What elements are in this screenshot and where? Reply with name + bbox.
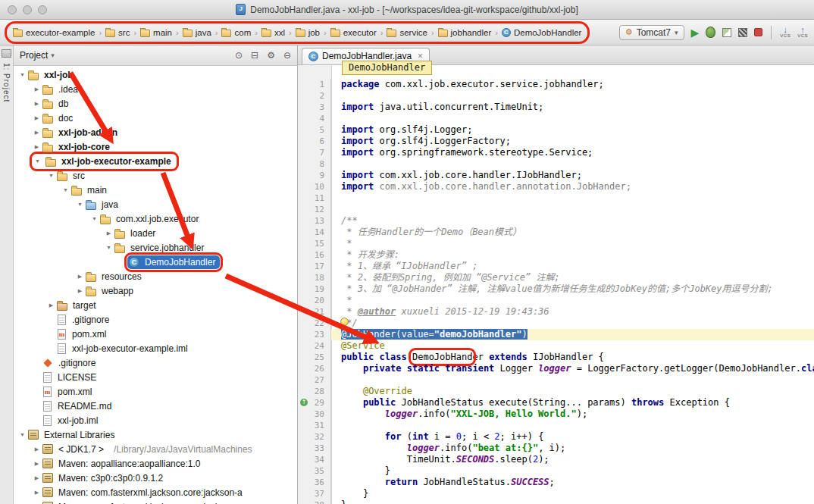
breadcrumb-label: com [234,28,251,37]
close-window-button[interactable] [8,5,17,14]
line-number: 16 [298,249,331,261]
tree-row-maven-c3p0-c3p0-0-9-1-2[interactable]: ▶Maven: c3p0:c3p0:0.9.1.2 [14,471,297,485]
tree-row-maven-com-fasterxml-jackson-core-jackson-a[interactable]: ▶Maven: com.fasterxml.jackson.core:jacks… [14,485,297,499]
tree-row-target[interactable]: ▶target [14,298,297,312]
stop-button[interactable] [754,28,762,36]
tree-row-xxl-job-executor-example[interactable]: ▼xxl-job-executor-example [14,154,297,168]
expand-open-icon[interactable]: ▼ [47,173,55,178]
breadcrumb-main[interactable]: main [138,27,174,38]
breadcrumb-java[interactable]: java [180,27,214,38]
breadcrumb-service[interactable]: service [384,27,429,38]
editor[interactable]: 1package com.xxl.job.executor.service.jo… [298,65,814,504]
locate-icon[interactable]: ⊙ [235,50,243,61]
tree-row-external-libraries[interactable]: ▼External Libraries [14,427,297,442]
editor-breadcrumb[interactable]: DemoJobHandler [342,61,432,75]
vcs-commit-button[interactable]: ↑ VCS [797,27,808,39]
tree-row-xxl-job[interactable]: ▼xxl-job [14,67,297,82]
tree-label: DemoJobHandler [143,256,217,268]
expand-closed-icon[interactable]: ▶ [47,302,55,308]
line-number: 14 [298,227,331,238]
debug-button[interactable] [706,27,715,38]
expand-closed-icon[interactable]: ▶ [76,288,84,294]
tree-row-main[interactable]: ▼main [14,183,297,197]
tree-row-pom-xml[interactable]: mpom.xml [14,384,297,399]
settings-gear-icon[interactable]: ⚙ [267,50,275,61]
run-button[interactable]: ▶ [691,27,700,38]
tree-row-gitignore[interactable]: .gitignore [14,312,297,327]
expand-open-icon[interactable]: ▼ [76,202,84,207]
breadcrumb-executor[interactable]: executor [328,27,379,38]
expand-closed-icon[interactable]: ▶ [33,130,41,136]
tree-row-java[interactable]: ▼java [14,197,297,211]
file-icon [43,401,52,412]
expand-open-icon[interactable]: ▼ [105,245,113,250]
breadcrumb-src[interactable]: src [103,27,132,38]
tree-row-src[interactable]: ▼src [14,168,297,183]
tree-row-gitignore[interactable]: .gitignore [14,355,297,370]
code-line: 7import org.springframework.stereotype.S… [298,147,814,158]
chevron-down-icon[interactable]: ▾ [51,52,55,59]
code-line: 12 [298,204,814,215]
tree-row-idea[interactable]: ▶.idea [14,82,297,96]
expand-closed-icon[interactable]: ▶ [76,274,84,280]
close-tab-icon[interactable]: × [418,51,423,61]
vcs-update-button[interactable]: ↓ VCS [780,27,791,39]
tree-row-db[interactable]: ▶db [14,96,297,111]
tree-row-loader[interactable]: ▶loader [14,226,297,240]
expand-open-icon[interactable]: ▼ [61,187,70,193]
hide-panel-icon[interactable]: ⊖ [283,50,291,61]
tree-row-demojobhandler[interactable]: CDemoJobHandler [14,255,297,269]
line-number: 3 [298,102,331,113]
coverage-options-button[interactable] [738,28,747,37]
tree-row-xxl-job-admin[interactable]: ▶xxl-job-admin [14,125,297,139]
breadcrumb-demojobhandler[interactable]: CDemoJobHandler [499,27,584,38]
tree-row-service-jobhandler[interactable]: ▼service.jobhandler [14,240,297,255]
minimize-window-button[interactable] [23,5,32,14]
override-marker-icon[interactable]: ↑ [300,399,308,406]
tree-row-maven-aopalliance-aopalliance-1-0[interactable]: ▶Maven: aopalliance:aopalliance:1.0 [14,456,297,471]
coverage-button[interactable] [722,28,731,37]
expand-closed-icon[interactable]: ▶ [33,86,41,92]
tree-row-readme-md[interactable]: README.md [14,399,297,413]
expand-closed-icon[interactable]: ▶ [33,101,41,107]
tree-row-xxl-job-iml[interactable]: xxl-job.iml [14,413,297,427]
breadcrumb-executor-example[interactable]: executor-example [11,27,97,38]
tree-row-com-xxl-job-executor[interactable]: ▼com.xxl.job.executor [14,211,297,226]
expand-closed-icon[interactable]: ▶ [33,144,41,150]
line-number: 10 [298,181,331,193]
expand-open-icon[interactable]: ▼ [18,432,27,437]
folder-icon [56,170,68,182]
breadcrumb-com[interactable]: com [219,27,253,38]
tree-row-xxl-job-executor-example-iml[interactable]: xxl-job-executor-example.iml [14,341,297,355]
tree-row-webapp[interactable]: ▶webapp [14,283,297,298]
folder-icon [438,30,448,37]
expand-closed-icon[interactable]: ▶ [33,475,41,481]
zoom-window-button[interactable] [38,5,47,14]
expand-open-icon[interactable]: ▼ [33,158,42,164]
expand-open-icon[interactable]: ▼ [90,216,99,221]
expand-closed-icon[interactable]: ▶ [33,490,41,496]
breadcrumb-job[interactable]: job [293,27,322,38]
tree-row-license[interactable]: LICENSE [14,370,297,384]
tree-row-resources[interactable]: ▶resources [14,269,297,283]
breadcrumb-jobhandler[interactable]: jobhandler [436,27,494,38]
lib-icon [42,444,53,454]
folder-icon [140,30,150,37]
expand-open-icon[interactable]: ▼ [18,72,27,77]
breadcrumb-xxl[interactable]: xxl [259,27,287,38]
expand-closed-icon[interactable]: ▶ [33,115,41,121]
tree-row-maven-com-fasterxml-jackson-core-jackson-c[interactable]: ▶Maven: com.fasterxml.jackson.core:jacks… [14,499,297,504]
project-tool-button[interactable]: 1: Project [2,63,11,102]
collapse-all-icon[interactable]: ⊟ [251,50,258,61]
tree-row-pom-xml[interactable]: mpom.xml [14,327,297,341]
tree-row-doc[interactable]: ▶doc [14,111,297,125]
tree-row-xxl-job-core[interactable]: ▶xxl-job-core [14,139,297,154]
intention-bulb-icon[interactable] [340,318,349,326]
tree-row-jdk1-7[interactable]: ▶< JDK1.7 >/Library/Java/JavaVirtualMach… [14,442,297,456]
expand-closed-icon[interactable]: ▶ [105,230,113,236]
expand-closed-icon[interactable]: ▶ [33,446,41,452]
run-config-selector[interactable]: ⚙ Tomcat7 ▾ [619,25,684,40]
expand-closed-icon[interactable]: ▶ [33,461,41,467]
package-icon [114,242,126,254]
tool-window-icon[interactable] [2,49,11,58]
